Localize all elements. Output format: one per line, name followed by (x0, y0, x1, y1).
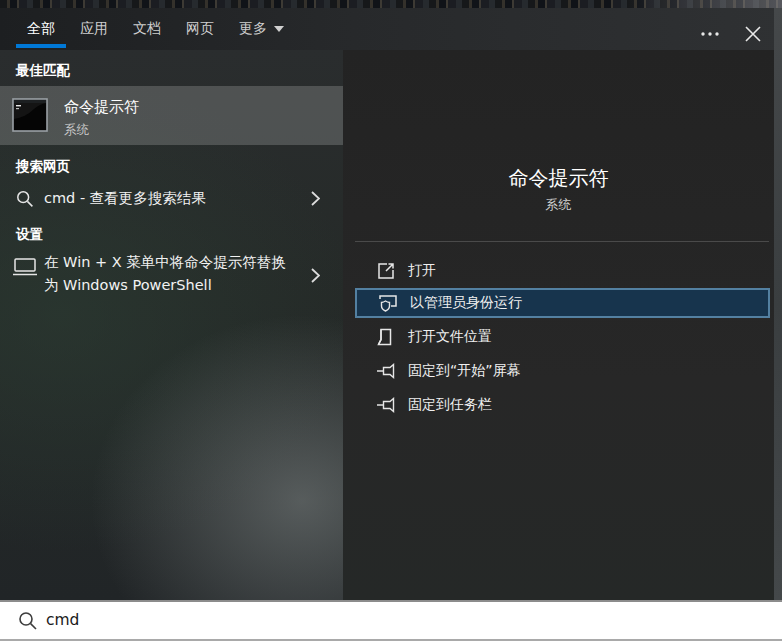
preview-title: 命令提示符 (343, 165, 774, 192)
window-controls (695, 19, 768, 49)
ellipsis-icon (700, 31, 720, 37)
active-tab-underline (16, 44, 66, 48)
tab-documents[interactable]: 文档 (133, 8, 161, 50)
search-bar[interactable]: cmd (0, 600, 782, 641)
action-pin-to-start-label: 固定到“开始”屏幕 (408, 362, 521, 380)
tab-more-label: 更多 (239, 20, 267, 38)
settings-item-powershell-swap[interactable]: 在 Win + X 菜单中将命令提示符替换为 Windows PowerShel… (0, 248, 343, 302)
close-icon (744, 25, 762, 43)
action-open-file-location-label: 打开文件位置 (408, 328, 492, 346)
tab-more[interactable]: 更多 (239, 8, 284, 50)
tab-all[interactable]: 全部 (27, 8, 55, 50)
best-match-title: 命令提示符 (64, 98, 139, 117)
device-icon (13, 258, 37, 276)
best-match-subtitle: 系统 (64, 122, 89, 139)
preview-subtitle: 系统 (343, 196, 774, 214)
action-open-label: 打开 (408, 262, 436, 280)
action-open[interactable]: 打开 (355, 256, 770, 286)
windows-search-flyout: 全部 应用 文档 网页 更多 (0, 0, 782, 641)
close-button[interactable] (738, 19, 768, 49)
settings-header: 设置 (16, 226, 43, 244)
tab-apps[interactable]: 应用 (80, 8, 108, 50)
tab-list: 全部 应用 文档 网页 更多 (27, 8, 284, 50)
open-window-icon (377, 262, 395, 280)
caret-down-icon (274, 26, 284, 32)
web-search-item-label: cmd - 查看更多搜索结果 (44, 189, 206, 208)
action-pin-to-start[interactable]: 固定到“开始”屏幕 (355, 356, 770, 386)
tab-web[interactable]: 网页 (186, 8, 214, 50)
tab-web-label: 网页 (186, 20, 214, 38)
action-pin-to-taskbar-label: 固定到任务栏 (408, 396, 492, 414)
search-web-header: 搜索网页 (16, 158, 70, 176)
chevron-right-icon (311, 268, 320, 283)
search-icon (16, 190, 34, 208)
action-run-as-administrator-label: 以管理员身份运行 (410, 294, 522, 312)
chevron-right-icon (311, 191, 320, 206)
run-as-admin-shield-icon (379, 294, 398, 312)
action-open-file-location[interactable]: 打开文件位置 (355, 322, 770, 352)
pin-icon (377, 363, 396, 379)
right-edge-strip (774, 8, 782, 600)
preview-divider (355, 241, 769, 242)
pin-icon (377, 397, 396, 413)
desktop-edge-strip (0, 0, 782, 8)
search-input-value[interactable]: cmd (46, 611, 79, 629)
search-filter-tabbar: 全部 应用 文档 网页 更多 (0, 8, 782, 50)
cmd-window-icon (12, 97, 48, 133)
preview-panel: C:\_ 命令提示符 系统 打开 以管理员身份运行 打开文件位置 (343, 50, 774, 600)
settings-item-label: 在 Win + X 菜单中将命令提示符替换为 Windows PowerShel… (44, 251, 288, 297)
tab-all-label: 全部 (27, 20, 55, 38)
tab-apps-label: 应用 (80, 20, 108, 38)
results-panel: 最佳匹配 命令提示符 系统 搜索网页 cmd - 查看更多搜索结果 设置 (0, 50, 343, 600)
more-options-button[interactable] (695, 19, 725, 49)
tab-documents-label: 文档 (133, 20, 161, 38)
best-match-header: 最佳匹配 (16, 62, 70, 80)
action-pin-to-taskbar[interactable]: 固定到任务栏 (355, 390, 770, 420)
best-match-result-cmd[interactable]: 命令提示符 系统 (0, 86, 343, 145)
search-icon (18, 611, 38, 631)
open-folder-icon (377, 328, 393, 346)
web-search-item-cmd[interactable]: cmd - 查看更多搜索结果 (0, 180, 343, 218)
action-run-as-administrator[interactable]: 以管理员身份运行 (355, 288, 770, 318)
